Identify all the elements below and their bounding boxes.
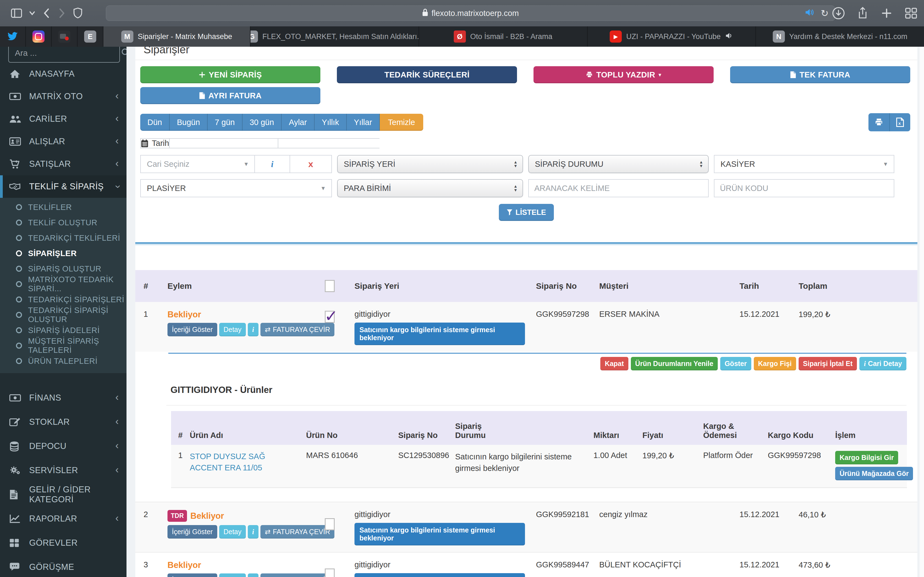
share-icon[interactable]	[857, 6, 869, 20]
sidebar-subitem-siparis-iadeleri[interactable]: SİPARİŞ İADELERİ	[0, 322, 126, 338]
cari-select[interactable]: Cari Seçiniz ▼	[141, 156, 254, 172]
detail-button[interactable]: Detay	[219, 525, 246, 538]
search-icon[interactable]	[121, 48, 126, 58]
reload-icon[interactable]: ↻	[821, 8, 829, 19]
shield-icon[interactable]	[73, 7, 82, 19]
new-tab-icon[interactable]	[880, 7, 893, 19]
tab-n11[interactable]: N Yardım & Destek Merkezi - n11.com	[756, 26, 924, 47]
sidebar-subitem-urun-talepleri[interactable]: ÜRÜN TALEPLERİ	[0, 353, 126, 369]
pinned-tab-e[interactable]: E	[78, 26, 103, 47]
sidebar-item-gelir-gider[interactable]: GELİR / GİDER KATEGORİ	[0, 482, 126, 507]
sidebar-subitem-siparisler[interactable]: SİPARİŞLER	[0, 246, 126, 261]
shipping-slip-button[interactable]: Kargo Fişi	[754, 357, 796, 371]
para-birimi-select[interactable]: PARA BİRİMİ ▲▼	[337, 179, 523, 197]
tab-youtube[interactable]: ▶ UZI - PAPARAZZI - YouTube	[588, 26, 756, 47]
sidebar-item-stoklar[interactable]: STOKLAR ‹	[0, 410, 126, 434]
tab-flexoto-market[interactable]: G FLEX_OTO_MARKET, Hesabım Satın Aldıkla…	[250, 26, 419, 47]
show-button[interactable]: Göster	[720, 357, 751, 371]
show-content-button[interactable]: İçeriği Göster	[168, 574, 217, 577]
pinned-tab-camera[interactable]	[52, 26, 78, 47]
row-checkbox[interactable]	[325, 569, 335, 577]
print-button[interactable]	[869, 113, 889, 131]
sidebar-subitem-tedarikci-siparisleri[interactable]: TEDARİKÇİ SİPARİŞLERİ	[0, 292, 126, 307]
chip-temizle[interactable]: Temizle	[380, 114, 423, 131]
chip-bugun[interactable]: Bugün	[170, 114, 208, 131]
sidebar-subitem-musteri-siparis-talepleri[interactable]: MÜŞTERİ SİPARİŞ TALEPLERİ	[0, 338, 126, 353]
supply-processes-button[interactable]: TEDARİK SÜREÇLERİ	[337, 66, 517, 83]
enter-shipping-info-button[interactable]: Kargo Bilgisi Gir	[835, 451, 898, 464]
sidebar-item-raporlar[interactable]: RAPORLAR ‹	[0, 507, 126, 531]
chip-yillar[interactable]: Yıllar	[347, 114, 380, 131]
sidebar-item-anasayfa[interactable]: ANASAYFA	[0, 63, 126, 85]
view-in-store-button[interactable]: Ürünü Mağazada Gör	[835, 467, 913, 480]
cari-clear-button[interactable]: x	[289, 156, 331, 172]
siparis-durumu-select[interactable]: SİPARİŞ DURUMU ▲▼	[528, 155, 709, 173]
sidebar-subitem-teklif-olustur[interactable]: TEKLİF OLUŞTUR	[0, 215, 126, 230]
tab-siparisler[interactable]: M Siparişler - Matrix Muhasebe	[103, 26, 250, 47]
sidebar-item-gorusme[interactable]: GÖRÜŞME	[0, 555, 126, 577]
row-checkbox[interactable]	[325, 518, 335, 530]
audio-playing-icon[interactable]	[804, 8, 814, 19]
close-button[interactable]: Kapat	[600, 357, 628, 371]
downloads-icon[interactable]	[832, 7, 845, 19]
back-icon[interactable]	[42, 8, 51, 19]
scrollbar[interactable]	[919, 47, 924, 577]
refresh-product-status-button[interactable]: Ürün Durumlarını Yenile	[631, 357, 718, 371]
list-button[interactable]: LİSTELE	[499, 204, 554, 221]
info-button[interactable]: i	[248, 525, 258, 538]
detail-button[interactable]: Detay	[219, 574, 246, 577]
sidebar-subitem-siparis-olustur[interactable]: SİPARİŞ OLUŞTUR	[0, 261, 126, 276]
product-link[interactable]: STOP DUYSUZ SAĞ ACCENT ERA 11/05	[190, 452, 265, 472]
sidebar-item-matrix-oto[interactable]: MATRİX OTO ‹	[0, 85, 126, 108]
single-invoice-button[interactable]: TEK FATURA	[730, 66, 910, 83]
chip-aylar[interactable]: Aylar	[282, 114, 315, 131]
address-bar[interactable]: flexoto.matrixotoerp.com ↻	[106, 5, 835, 21]
sidebar-item-teklif-siparis[interactable]: TEKLİF & SİPARİŞ ‹	[0, 175, 126, 198]
tab-overview-icon[interactable]	[905, 7, 918, 19]
pinned-tab-instagram[interactable]	[26, 26, 52, 47]
date-start-input[interactable]	[170, 139, 278, 148]
separate-invoice-button[interactable]: AYRI FATURA	[140, 87, 320, 104]
detail-button[interactable]: Detay	[219, 323, 246, 336]
show-content-button[interactable]: İçeriği Göster	[168, 323, 217, 336]
plasiyer-select[interactable]: PLASİYER ▼	[141, 180, 331, 197]
sidebar-item-alislar[interactable]: ALIŞLAR ‹	[0, 130, 126, 153]
row-checkbox-checked[interactable]: ✓	[325, 311, 335, 323]
chip-30gun[interactable]: 30 gün	[242, 114, 282, 131]
cari-info-button[interactable]: i	[254, 156, 289, 172]
sidebar-item-finans[interactable]: FİNANS ‹	[0, 386, 126, 410]
info-button[interactable]: i	[248, 323, 258, 336]
sidebar-subitem-tedarikci-teklifleri[interactable]: TEDARİKÇİ TEKLİFLERİ	[0, 230, 126, 246]
customer-detail-button[interactable]: iCari Detay	[859, 357, 906, 371]
sidebar-item-satislar[interactable]: SATIŞLAR ‹	[0, 153, 126, 175]
info-button[interactable]: i	[248, 574, 258, 577]
sidebar-item-servisler[interactable]: SERVİSLER ‹	[0, 458, 126, 482]
select-all-checkbox[interactable]	[325, 280, 335, 292]
show-content-button[interactable]: İçeriği Göster	[168, 525, 217, 538]
forward-icon[interactable]	[58, 8, 66, 19]
sidebar-subitem-teklifler[interactable]: TEKLİFLER	[0, 200, 126, 215]
pinned-tab-twitter[interactable]	[0, 26, 26, 47]
tab-audio-icon[interactable]	[725, 32, 733, 41]
chip-yillik[interactable]: Yıllık	[315, 114, 347, 131]
chip-dun[interactable]: Dün	[140, 114, 170, 131]
new-order-button[interactable]: YENİ SİPARİŞ	[140, 66, 320, 83]
tab-oto-ismail[interactable]: Ø Oto İsmail - B2B - Arama	[419, 26, 588, 47]
date-end-input[interactable]	[278, 139, 386, 148]
bulk-print-button[interactable]: TOPLU YAZDIR ▾	[533, 66, 714, 83]
chip-7gun[interactable]: 7 gün	[208, 114, 242, 131]
sidebar-item-depocu[interactable]: DEPOCU ‹	[0, 434, 126, 458]
sidebar-subitem-matrixoto-tedarik[interactable]: MATRİXOTO TEDARİK SİPARİ...	[0, 276, 126, 292]
siparis-yeri-select[interactable]: SİPARİŞ YERİ ▲▼	[337, 155, 523, 173]
keyword-input[interactable]	[528, 179, 709, 197]
sidebar-toggle-icon[interactable]	[11, 8, 22, 18]
sidebar-item-gorevler[interactable]: GÖREVLER	[0, 531, 126, 555]
sidebar-subitem-tedarikci-siparisi-olustur[interactable]: TEDARİKÇİ SİPARİŞİ OLUŞTUR	[0, 307, 126, 322]
excel-export-button[interactable]: x	[889, 113, 910, 131]
chevron-down-icon[interactable]	[29, 11, 35, 15]
sidebar-search-input[interactable]	[15, 48, 121, 58]
kasiyer-select[interactable]: KASİYER ▼	[714, 156, 894, 172]
sidebar-item-cariler[interactable]: CARİLER ‹	[0, 108, 126, 130]
cancel-order-button[interactable]: Siparişi İptal Et	[799, 357, 857, 371]
product-code-input[interactable]	[714, 179, 894, 197]
